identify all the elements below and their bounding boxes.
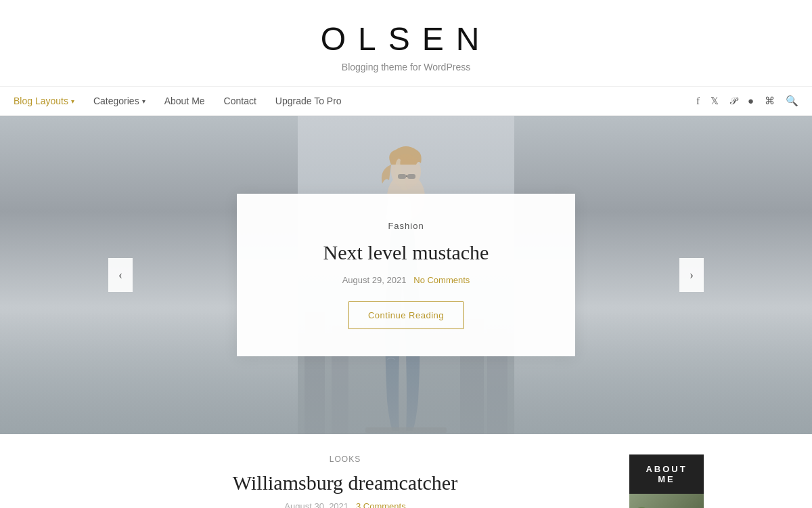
twitter-icon[interactable]: 𝕏 xyxy=(710,95,719,107)
nav-blog-layouts[interactable]: Blog Layouts ▾ xyxy=(14,96,74,106)
svg-rect-8 xyxy=(398,174,406,179)
post-title: Williamsburg dreamcatcher xyxy=(108,469,582,496)
svg-rect-9 xyxy=(407,174,415,179)
hero-date: August 29, 2021 xyxy=(342,275,407,285)
sidebar-about-header: ABOUT ME xyxy=(629,454,704,494)
sidebar: ABOUT ME xyxy=(609,434,812,508)
slider-prev-button[interactable]: ‹ xyxy=(108,258,133,292)
main-content: Looks Williamsburg dreamcatcher August 3… xyxy=(0,434,812,508)
nav-social-icons: f 𝕏 𝒫 ● ⌘ 🔍 xyxy=(696,95,798,107)
avatar-svg xyxy=(629,494,704,508)
hero-title: Next level mustache xyxy=(271,239,541,266)
hero-category: Fashion xyxy=(271,221,541,231)
search-icon[interactable]: 🔍 xyxy=(786,95,798,107)
hero-card: Fashion Next level mustache August 29, 2… xyxy=(237,194,575,356)
rss-icon[interactable]: ⌘ xyxy=(765,95,775,107)
site-subtitle: Blogging theme for WordPress xyxy=(14,62,798,72)
site-header: OLSEN Blogging theme for WordPress xyxy=(0,0,812,86)
main-nav: Blog Layouts ▾ Categories ▾ About Me Con… xyxy=(0,86,812,116)
nav-categories[interactable]: Categories ▾ xyxy=(93,96,145,106)
continue-reading-button[interactable]: Continue Reading xyxy=(348,301,464,329)
nav-about-me[interactable]: About Me xyxy=(164,96,205,106)
site-title: OLSEN xyxy=(14,20,798,58)
hero-comments-link[interactable]: No Comments xyxy=(413,275,470,285)
dribbble-icon[interactable]: ● xyxy=(748,96,754,107)
chevron-down-icon: ▾ xyxy=(71,98,74,105)
post-category: Looks xyxy=(108,454,582,464)
hero-meta: August 29, 2021 No Comments xyxy=(271,275,541,285)
content-area: Looks Williamsburg dreamcatcher August 3… xyxy=(0,434,609,508)
nav-contact[interactable]: Contact xyxy=(224,96,256,106)
sidebar-avatar-image xyxy=(629,494,704,508)
slider-next-button[interactable]: › xyxy=(679,258,704,292)
post-date: August 30, 2021 xyxy=(284,501,348,508)
hero-slider: ‹ › Fashion Next level mustache August 2… xyxy=(0,116,812,434)
chevron-down-icon: ▾ xyxy=(142,98,145,105)
nav-upgrade[interactable]: Upgrade To Pro xyxy=(275,96,342,106)
post-meta: August 30, 2021 3 Comments xyxy=(108,501,582,508)
pinterest-icon[interactable]: 𝒫 xyxy=(729,96,737,107)
nav-links: Blog Layouts ▾ Categories ▾ About Me Con… xyxy=(14,96,342,106)
post-comments-link[interactable]: 3 Comments xyxy=(356,501,406,508)
facebook-icon[interactable]: f xyxy=(696,96,700,107)
